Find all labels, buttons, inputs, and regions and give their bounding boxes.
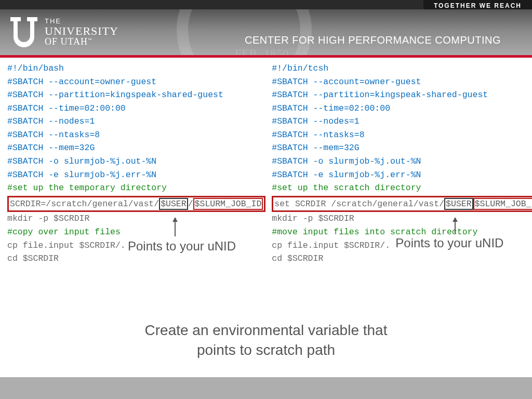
jobid-var-bash: $SLURM_JOB_ID — [193, 198, 263, 210]
header: THE UNIVERSITY OF UTAH™ CENTER FOR HIGH … — [0, 9, 532, 58]
logo-line1: THE — [45, 18, 118, 25]
scrdir-highlight-tcsh: set SCRDIR /scratch/general/vast/$USER$S… — [272, 196, 532, 212]
annot-right: Points to your uNID — [395, 233, 503, 252]
footer-bar — [0, 377, 532, 399]
tcsh-script: #!/bin/tcsh #SBATCH --account=owner-gues… — [272, 62, 532, 305]
arrow-right — [455, 218, 456, 233]
logo-line3: OF UTAH™ — [45, 37, 118, 47]
scrdir-highlight-bash: SCRDIR=/scratch/general/vast/$USER/$SLUR… — [7, 196, 265, 212]
bash-script: #!/bin/bash #SBATCH --account=owner-gues… — [7, 62, 265, 305]
user-var-bash: $USER — [159, 198, 188, 210]
center-title: CENTER FOR HIGH PERFORMANCE COMPUTING — [245, 34, 501, 46]
logo-line2: UNIVERSITY — [45, 25, 118, 37]
annot-left: Points to your uNID — [128, 236, 236, 256]
user-var-tcsh: $USER — [444, 198, 473, 210]
arrow-left — [175, 218, 176, 236]
jobid-var-tcsh: $SLURM_JOB_ID — [473, 198, 532, 210]
content-columns: #!/bin/bash #SBATCH --account=owner-gues… — [0, 58, 532, 305]
slide-caption: Create an environmental variable that po… — [0, 321, 532, 360]
university-seal — [177, 9, 312, 58]
logo-u-icon — [9, 16, 39, 48]
university-logo: THE UNIVERSITY OF UTAH™ — [9, 16, 118, 48]
